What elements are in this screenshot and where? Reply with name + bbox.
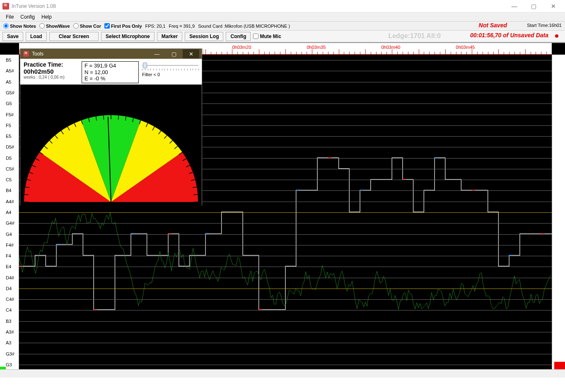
tuner-gauge — [20, 84, 202, 207]
gridline — [19, 365, 552, 365]
select-microphone-button[interactable]: Select Microphone — [101, 32, 155, 41]
not-saved-label: Not Saved — [479, 22, 507, 29]
minimize-button[interactable]: — — [505, 0, 524, 12]
tools-maximize-button[interactable]: ▢ — [166, 49, 182, 58]
gridline — [19, 332, 552, 332]
note-axis-label: D4# — [6, 275, 14, 280]
note-axis-label: C4# — [6, 297, 14, 302]
note-axis-label: F5 — [6, 123, 11, 128]
ruler-right-value: 0,02 — [553, 46, 564, 51]
config-button[interactable]: Config — [226, 32, 251, 41]
tools-minimize-button[interactable]: — — [149, 49, 165, 58]
note-axis-label: B3 — [6, 319, 11, 324]
menu-file[interactable]: File — [3, 13, 16, 21]
menu-config[interactable]: Config — [18, 13, 37, 21]
right-gutter — [552, 55, 565, 369]
freq-label: Freq = 391,9 — [169, 24, 195, 29]
filter-value-label: Filter < 0 — [142, 72, 198, 77]
note-axis-label: G5 — [6, 101, 12, 106]
note-axis-label: E5 — [6, 134, 11, 139]
gridline — [19, 289, 552, 289]
java-icon — [23, 51, 29, 57]
note-axis-label: E4 — [6, 264, 11, 269]
note-axis-label: F5# — [6, 112, 14, 117]
practice-time-value: 00h02m50 — [24, 68, 78, 75]
svg-line-34 — [118, 115, 118, 120]
e-line: E = -0 % — [85, 75, 136, 82]
gridline — [19, 354, 552, 354]
ruler-time-label: 0h03m35 — [307, 45, 326, 50]
horizontal-scrollbar[interactable] — [0, 369, 565, 378]
note-axis-label: A5# — [6, 68, 14, 73]
show-notes-radio[interactable]: Show Notes — [3, 23, 36, 29]
note-axis-label: C5# — [6, 166, 14, 171]
note-axis-label: G3 — [6, 362, 12, 367]
slider-thumb-icon[interactable] — [143, 63, 147, 68]
note-axis-label: A5 — [6, 79, 11, 84]
show-cor-radio[interactable]: Show Cor — [73, 23, 101, 29]
filter-slider[interactable] — [142, 62, 198, 69]
marker-button[interactable]: Marker — [157, 32, 182, 41]
gridline — [19, 234, 552, 235]
gridline — [19, 245, 552, 245]
tools-close-button[interactable]: ✕ — [183, 49, 199, 58]
mute-mic-checkbox[interactable]: Mute Mic — [253, 34, 281, 39]
unsaved-data-label: 00:01:56,70 of Unsaved Data — [470, 32, 548, 38]
sound-card-label: Sound Card :Mikrofon (USB MICROPHONE ) — [198, 24, 290, 29]
note-axis-label: B5 — [6, 58, 11, 63]
svg-line-16 — [24, 194, 29, 195]
svg-line-50 — [193, 194, 198, 195]
practice-time-label: Practice Time: — [24, 61, 78, 68]
window-title: InTune Version 1.08 — [12, 3, 56, 9]
clear-screen-button[interactable]: Clear Screen — [49, 32, 99, 41]
gridline — [19, 321, 552, 322]
note-axis-label: A3# — [6, 329, 14, 334]
menu-help[interactable]: Help — [39, 13, 54, 21]
java-icon — [2, 3, 9, 10]
ledge-label: Ledge:1701 All:0 — [388, 32, 441, 40]
gridline — [19, 212, 552, 213]
note-axis-label: C5 — [6, 177, 12, 182]
toolbar: Save Load Clear Screen Select Microphone… — [0, 31, 565, 42]
clip-indicator-icon — [554, 362, 565, 369]
tools-info: Practice Time: 00h02m50 weeks : 0,24 ( 0… — [20, 59, 202, 84]
gridline — [19, 256, 552, 256]
freq-line: F = 391,9 G4 — [85, 63, 136, 69]
note-axis-label: A4 — [6, 210, 11, 215]
note-axis-label: F4# — [6, 243, 14, 248]
first-pos-checkbox[interactable]: First Pos Only — [104, 23, 142, 29]
note-axis-label: G3# — [6, 351, 14, 356]
tools-titlebar[interactable]: Tools — ▢ ✕ — [20, 49, 202, 59]
load-button[interactable]: Load — [26, 32, 47, 41]
note-axis-label: A3 — [6, 340, 11, 345]
svg-line-32 — [104, 115, 104, 120]
note-axis-label: G4# — [6, 221, 14, 226]
session-log-button[interactable]: Session Log — [185, 32, 223, 41]
maximize-button[interactable]: ▢ — [524, 0, 543, 12]
close-button[interactable]: ✕ — [544, 0, 563, 12]
ruler-time-label: 0h03m20 — [232, 45, 251, 50]
note-axis-label: A4# — [6, 199, 14, 204]
note-axis-label: G4 — [6, 232, 12, 237]
options-bar: Show Notes ShowWave Show Cor First Pos O… — [0, 22, 565, 31]
menubar: File Config Help — [0, 12, 565, 22]
save-button[interactable]: Save — [2, 32, 23, 41]
note-axis-label: D5 — [6, 156, 12, 161]
tools-title-label: Tools — [32, 51, 43, 57]
note-axis-label: B4 — [6, 188, 11, 193]
tools-window[interactable]: Tools — ▢ ✕ Practice Time: 00h02m50 week… — [20, 48, 202, 206]
recording-indicator-icon — [555, 34, 558, 38]
note-axis: B5A5#A5G5#G5F5#F5E5D5#D5C5#C5B4A4#A4G4#G… — [0, 55, 19, 369]
show-wave-radio[interactable]: ShowWave — [39, 23, 70, 29]
gridline — [19, 310, 552, 310]
start-time-label: Start Time:16h01 — [527, 23, 562, 28]
note-axis-label: F4 — [6, 253, 11, 258]
gridline — [19, 299, 552, 300]
frequency-readout: F = 391,9 G4 N = 12,00 E = -0 % — [82, 61, 139, 83]
gridline — [19, 343, 552, 343]
gridline — [19, 278, 552, 278]
note-axis-label: D4 — [6, 286, 12, 291]
titlebar: InTune Version 1.08 — ▢ ✕ — [0, 0, 565, 12]
note-axis-label: C4 — [6, 308, 12, 313]
ruler-time-label: 0h03m40 — [381, 45, 400, 50]
